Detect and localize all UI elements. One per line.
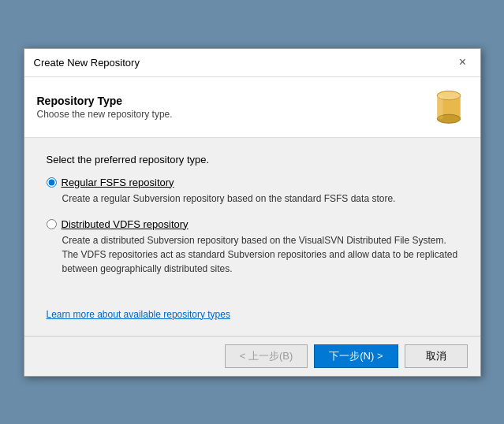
next-button[interactable]: 下一步(N) > (314, 344, 398, 368)
footer: < 上一步(B) 下一步(N) > 取消 (24, 336, 480, 376)
option-group-fsfs: Regular FSFS repository Create a regular… (47, 177, 458, 206)
close-button[interactable]: × (455, 54, 471, 70)
option-desc-vdfs: Create a distributed Subversion reposito… (62, 233, 458, 276)
option-desc-fsfs: Create a regular Subversion repository b… (62, 192, 458, 206)
radio-fsfs[interactable] (47, 177, 57, 188)
title-bar: Create New Repository × (24, 49, 480, 77)
radio-vdfs[interactable] (47, 219, 57, 229)
option-group-vdfs: Distributed VDFS repository Create a dis… (47, 218, 458, 276)
option-row-vdfs: Distributed VDFS repository (47, 218, 458, 230)
svg-rect-4 (437, 95, 442, 119)
header-subtitle: Choose the new repository type. (37, 109, 173, 120)
cancel-button[interactable]: 取消 (405, 344, 468, 368)
content-area: Select the preferred repository type. Re… (24, 138, 480, 336)
option-row-fsfs: Regular FSFS repository (47, 177, 458, 188)
header-title: Repository Type (37, 95, 173, 107)
repository-icon (430, 88, 468, 126)
create-repository-dialog: Create New Repository × Repository Type … (24, 48, 481, 377)
option-label-vdfs[interactable]: Distributed VDFS repository (62, 218, 189, 230)
select-label: Select the preferred repository type. (47, 154, 458, 166)
header-section: Repository Type Choose the new repositor… (24, 77, 480, 138)
header-text-block: Repository Type Choose the new repositor… (37, 95, 173, 120)
back-button[interactable]: < 上一步(B) (225, 344, 308, 368)
option-label-fsfs[interactable]: Regular FSFS repository (62, 177, 174, 188)
learn-more-link[interactable]: Learn more about available repository ty… (47, 309, 230, 320)
dialog-title: Create New Repository (34, 57, 140, 69)
